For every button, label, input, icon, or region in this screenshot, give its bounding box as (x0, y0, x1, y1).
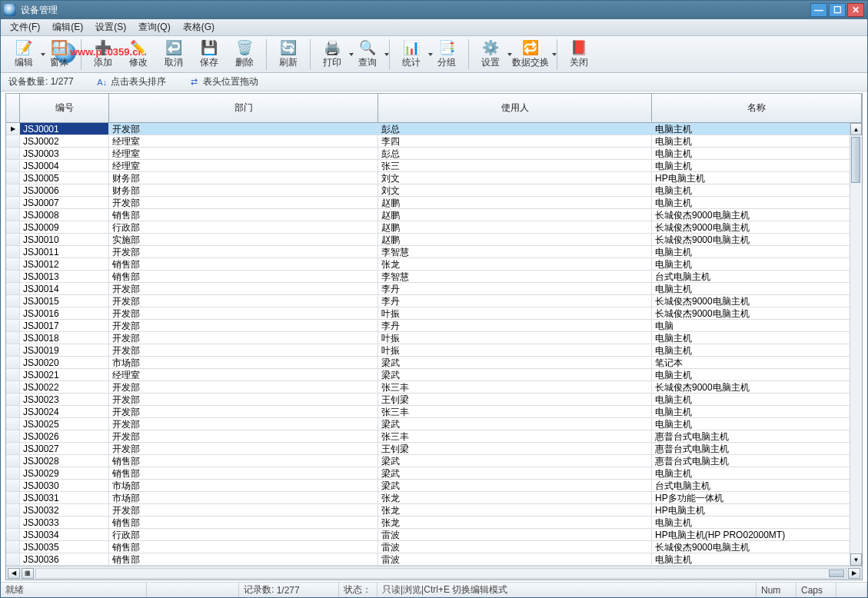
table-row[interactable]: JSJ0036销售部雷波电脑主机 (6, 553, 862, 566)
table-row[interactable]: JSJ0035销售部雷波长城俊杰9000电脑主机 (6, 541, 862, 553)
cell-id: JSJ0009 (20, 221, 109, 233)
table-row[interactable]: JSJ0012销售部张龙电脑主机 (6, 258, 862, 271)
tool-refresh[interactable]: 🔄刷新 (271, 38, 305, 71)
tool-exchange[interactable]: 🔁数据交换 (509, 38, 552, 71)
tool-edit[interactable]: 📝编辑 (7, 38, 41, 71)
table-row[interactable]: JSJ0003经理室彭总电脑主机 (6, 148, 862, 160)
column-name[interactable]: 名称 (652, 94, 862, 122)
table-row[interactable]: JSJ0007开发部赵鹏电脑主机 (6, 197, 862, 209)
scroll-right-button[interactable]: ▶ (848, 568, 860, 579)
minimize-button[interactable]: — (810, 3, 827, 17)
table-row[interactable]: JSJ0026开发部张三丰惠普台式电脑主机 (6, 430, 862, 443)
horizontal-scrollbar[interactable]: ◀ ▦ ▶ (6, 566, 862, 580)
menu-edit[interactable]: 编辑(E) (48, 19, 88, 35)
tool-query[interactable]: 🔍查询 (351, 38, 384, 71)
table-row[interactable]: JSJ0014开发部李丹电脑主机 (6, 283, 862, 295)
menu-setting[interactable]: 设置(S) (91, 19, 131, 35)
scroll-up-button[interactable]: ▲ (850, 123, 862, 135)
table-row[interactable]: JSJ0002经理室李四电脑主机 (6, 135, 862, 148)
cell-dept: 开发部 (109, 246, 378, 257)
cell-name: 电脑主机 (652, 394, 862, 405)
table-row[interactable]: JSJ0027开发部王钊梁惠普台式电脑主机 (6, 443, 862, 455)
table-row[interactable]: JSJ0011开发部李智慧电脑主机 (6, 246, 862, 258)
table-row[interactable]: JSJ0022开发部张三丰长城俊杰9000电脑主机 (6, 381, 862, 394)
scroll-left-button[interactable]: ◀ (8, 568, 20, 579)
menu-table[interactable]: 表格(G) (178, 19, 219, 35)
tool-close[interactable]: 📕关闭 (562, 38, 596, 71)
table-row[interactable]: JSJ0015开发部李丹长城俊杰9000电脑主机 (6, 295, 862, 307)
table-row[interactable]: JSJ0006财务部刘文电脑主机 (6, 184, 862, 197)
table-row[interactable]: JSJ0013销售部李智慧台式电脑主机 (6, 271, 862, 283)
table-row[interactable]: JSJ0024开发部张三丰电脑主机 (6, 406, 862, 418)
table-row[interactable]: JSJ0020市场部梁武笔记本 (6, 357, 862, 369)
table-row[interactable]: JSJ0032开发部张龙HP电脑主机 (6, 504, 862, 517)
status-ready: 就绪 (1, 583, 147, 597)
row-indicator (6, 197, 20, 208)
table-row[interactable]: JSJ0021经理室梁武电脑主机 (6, 369, 862, 381)
cell-id: JSJ0021 (20, 369, 109, 380)
maximize-button[interactable]: ☐ (829, 3, 846, 17)
separator (81, 39, 81, 70)
table-row[interactable]: JSJ0034行政部雷波HP电脑主机(HP PRO02000MT) (6, 529, 862, 541)
row-indicator (6, 271, 20, 282)
table-row[interactable]: JSJ0017开发部李丹电脑 (6, 320, 862, 332)
close-button[interactable]: ✕ (847, 3, 864, 17)
table-row[interactable]: JSJ0005财务部刘文HP电脑主机 (6, 172, 862, 184)
cell-name: 电脑主机 (652, 553, 862, 565)
cell-name: 电脑主机 (652, 406, 862, 417)
table-row[interactable]: JSJ0016开发部叶振长城俊杰9000电脑主机 (6, 307, 862, 320)
tool-print[interactable]: 🖨️打印 (315, 38, 349, 71)
table-row[interactable]: JSJ0004经理室张三电脑主机 (6, 160, 862, 172)
titlebar[interactable]: 设备管理 — ☐ ✕ (1, 1, 867, 19)
table-row[interactable]: JSJ0008销售部赵鹏长城俊杰9000电脑主机 (6, 209, 862, 221)
column-id[interactable]: 编号 (20, 94, 109, 122)
row-indicator (6, 283, 20, 294)
table-row[interactable]: JSJ0019开发部叶振电脑主机 (6, 344, 862, 357)
row-indicator (6, 406, 20, 417)
hscroll-thumb[interactable] (829, 570, 844, 577)
cell-name: 电脑主机 (652, 283, 862, 294)
tool-group[interactable]: 📑分组 (430, 38, 464, 71)
cell-name: 长城俊杰9000电脑主机 (652, 209, 862, 221)
table-row[interactable]: JSJ0010实施部赵鹏长城俊杰9000电脑主机 (6, 234, 862, 246)
grid-body[interactable]: JSJ0001开发部彭总电脑主机JSJ0002经理室李四电脑主机JSJ0003经… (6, 123, 862, 566)
table-row[interactable]: JSJ0031市场部张龙HP多功能一体机 (6, 492, 862, 504)
tool-stat[interactable]: 📊统计 (394, 38, 428, 71)
menu-file[interactable]: 文件(F) (5, 19, 45, 35)
scroll-thumb[interactable] (851, 137, 860, 183)
column-dept[interactable]: 部门 (109, 94, 378, 122)
cell-dept: 销售部 (109, 258, 378, 270)
cell-dept: 销售部 (109, 541, 378, 553)
table-row[interactable]: JSJ0009行政部赵鹏长城俊杰9000电脑主机 (6, 221, 862, 234)
row-indicator (6, 381, 20, 393)
tool-delete[interactable]: 🗑️删除 (228, 38, 261, 71)
menu-query[interactable]: 查询(Q) (134, 19, 175, 35)
table-row[interactable]: JSJ0029销售部梁武电脑主机 (6, 467, 862, 480)
hint-drag: ⇄ 表头位置拖动 (189, 75, 258, 88)
table-row[interactable]: JSJ0018开发部叶振电脑主机 (6, 332, 862, 344)
cell-user: 李丹 (378, 320, 652, 331)
table-row[interactable]: JSJ0023开发部王钊梁电脑主机 (6, 394, 862, 406)
table-row[interactable]: JSJ0033销售部张龙电脑主机 (6, 517, 862, 529)
table-row[interactable]: JSJ0030市场部梁武台式电脑主机 (6, 480, 862, 492)
tool-save[interactable]: 💾保存 (192, 38, 226, 71)
tool-add[interactable]: ➕添加 (86, 38, 120, 71)
tool-setup[interactable]: ⚙️设置 (474, 38, 507, 71)
table-row[interactable]: JSJ0001开发部彭总电脑主机 (6, 123, 862, 135)
cell-user: 叶振 (378, 344, 652, 356)
vertical-scrollbar[interactable]: ▲ ▼ (850, 123, 862, 566)
cell-name: 电脑主机 (652, 258, 862, 270)
separator (310, 39, 311, 70)
status-empty2 (836, 583, 867, 597)
scroll-down-button[interactable]: ▼ (850, 553, 862, 566)
row-indicator (6, 172, 20, 184)
column-user[interactable]: 使用人 (378, 94, 652, 122)
tool-modify[interactable]: ✏️修改 (121, 38, 155, 71)
scroll-tab-icon[interactable]: ▦ (22, 568, 34, 579)
table-row[interactable]: JSJ0025开发部梁武电脑主机 (6, 418, 862, 430)
table-row[interactable]: JSJ0028销售部梁武惠普台式电脑主机 (6, 455, 862, 467)
cell-id: JSJ0012 (20, 258, 109, 270)
cell-user: 李丹 (378, 295, 652, 307)
tool-cancel[interactable]: ↩️取消 (157, 38, 191, 71)
tool-window[interactable]: 🪟窗体 (42, 38, 76, 71)
